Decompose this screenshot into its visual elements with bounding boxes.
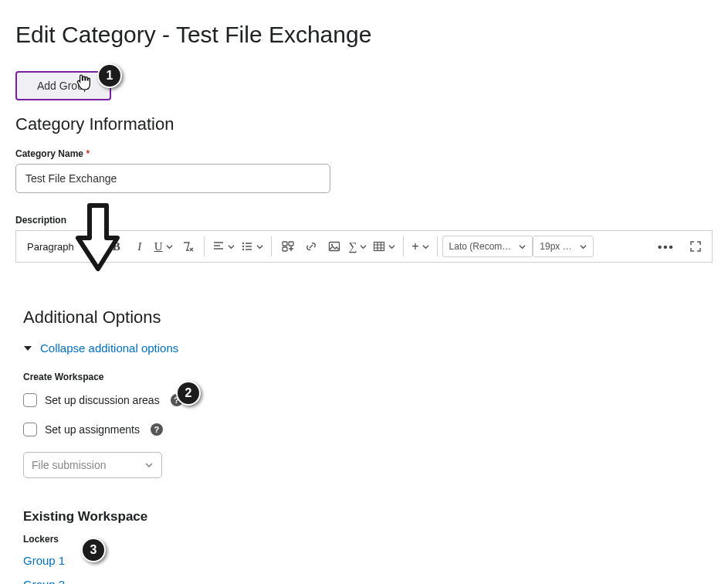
arrow-down-annotation-icon (74, 202, 122, 272)
svg-rect-6 (329, 243, 339, 251)
underline-u: U (154, 240, 163, 253)
list-icon (241, 240, 253, 253)
chevron-down-icon (360, 243, 367, 250)
required-star: * (86, 148, 90, 159)
insert-stuff-icon (282, 240, 294, 253)
font-family-label: Lato (Recom… (449, 241, 512, 252)
chevron-down-icon (580, 243, 587, 250)
lockers-label: Lockers (23, 534, 713, 545)
align-icon (212, 240, 225, 253)
equation-button[interactable]: ∑ (346, 235, 371, 258)
help-icon[interactable]: ? (151, 423, 163, 436)
separator (271, 236, 272, 256)
table-button[interactable] (370, 235, 398, 258)
italic-button[interactable]: I (128, 235, 151, 258)
svg-point-0 (242, 243, 243, 244)
chevron-down-icon (519, 243, 526, 250)
plus-icon: + (411, 239, 418, 253)
chevron-down-icon (144, 460, 154, 470)
chevron-down-icon (228, 243, 235, 250)
image-icon (328, 240, 340, 253)
more-actions-button[interactable]: ••• (655, 235, 678, 258)
svg-point-2 (242, 249, 243, 250)
cursor-hand-icon (75, 73, 92, 92)
insert-stuff-button[interactable] (276, 235, 300, 258)
chevron-down-icon (422, 243, 429, 250)
callout-3: 3 (81, 538, 106, 562)
more-insert-button[interactable]: + (408, 235, 432, 258)
svg-point-1 (242, 246, 243, 247)
callout-2: 2 (176, 381, 201, 406)
svg-rect-3 (283, 242, 287, 246)
svg-rect-8 (374, 243, 384, 251)
separator (204, 236, 205, 256)
category-name-text: Category Name (15, 148, 83, 159)
file-submission-value: File submission (32, 459, 106, 471)
paragraph-style-label: Paragraph (27, 241, 74, 253)
list-button[interactable] (238, 235, 266, 258)
group-link[interactable]: Group 1 (23, 554, 713, 567)
fullscreen-button[interactable] (684, 235, 707, 258)
category-info-heading: Category Information (15, 114, 713, 134)
category-name-input[interactable] (15, 164, 330, 193)
font-family-dropdown[interactable]: Lato (Recom… (442, 236, 533, 257)
page-title: Edit Category - Test File Exchange (15, 22, 713, 48)
separator (403, 236, 404, 256)
caret-down-icon (23, 344, 32, 353)
chevron-down-icon (166, 243, 173, 250)
table-icon (373, 240, 385, 253)
create-workspace-label: Create Workspace (23, 372, 713, 382)
link-icon (305, 240, 317, 253)
ellipsis-icon: ••• (658, 240, 675, 253)
clear-format-icon (181, 240, 194, 253)
underline-button[interactable]: U (151, 235, 176, 258)
clear-format-button[interactable] (176, 235, 199, 258)
group-link[interactable]: Group 2 (23, 578, 713, 584)
category-name-label: Category Name * (15, 148, 713, 159)
chevron-down-icon (388, 243, 395, 250)
insert-link-button[interactable] (300, 235, 323, 258)
fullscreen-icon (689, 240, 702, 253)
insert-image-button[interactable] (323, 235, 346, 258)
svg-rect-4 (289, 242, 293, 246)
chevron-down-icon (256, 243, 263, 250)
collapse-additional-link[interactable]: Collapse additional options (40, 341, 178, 355)
sigma-icon: ∑ (349, 240, 357, 253)
align-button[interactable] (209, 235, 238, 258)
discussion-label: Set up discussion areas (45, 394, 160, 406)
file-submission-select[interactable]: File submission (23, 452, 162, 478)
callout-1: 1 (97, 63, 122, 88)
discussion-checkbox[interactable] (23, 393, 37, 407)
svg-rect-5 (283, 247, 287, 251)
additional-options-heading: Additional Options (23, 307, 713, 328)
font-size-label: 19px … (540, 241, 571, 252)
separator (437, 236, 438, 256)
assignments-checkbox[interactable] (23, 423, 37, 436)
font-size-dropdown[interactable]: 19px … (533, 236, 593, 257)
svg-point-7 (330, 244, 332, 246)
existing-workspace-heading: Existing Workspace (23, 509, 713, 525)
assignments-label: Set up assignments (45, 423, 140, 436)
